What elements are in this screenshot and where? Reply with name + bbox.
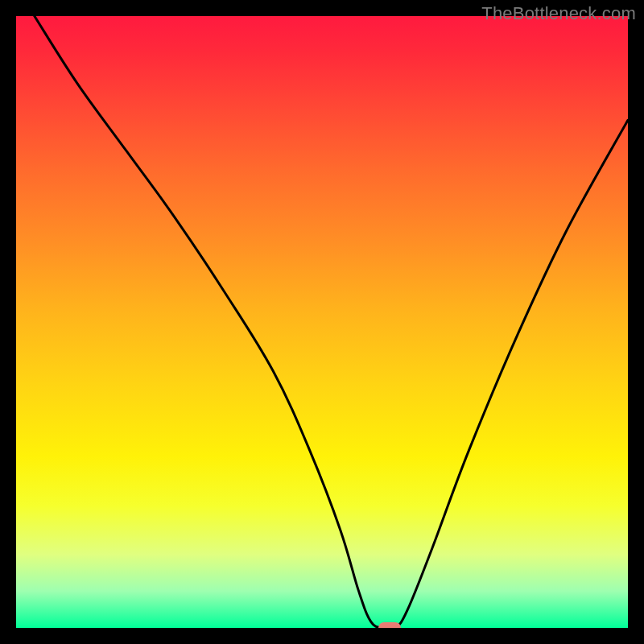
bottleneck-curve bbox=[16, 16, 628, 628]
watermark-text: TheBottleneck.com bbox=[481, 3, 636, 24]
optimal-point-marker bbox=[378, 622, 401, 628]
plot-area bbox=[16, 16, 628, 628]
chart-frame: TheBottleneck.com bbox=[0, 0, 644, 644]
